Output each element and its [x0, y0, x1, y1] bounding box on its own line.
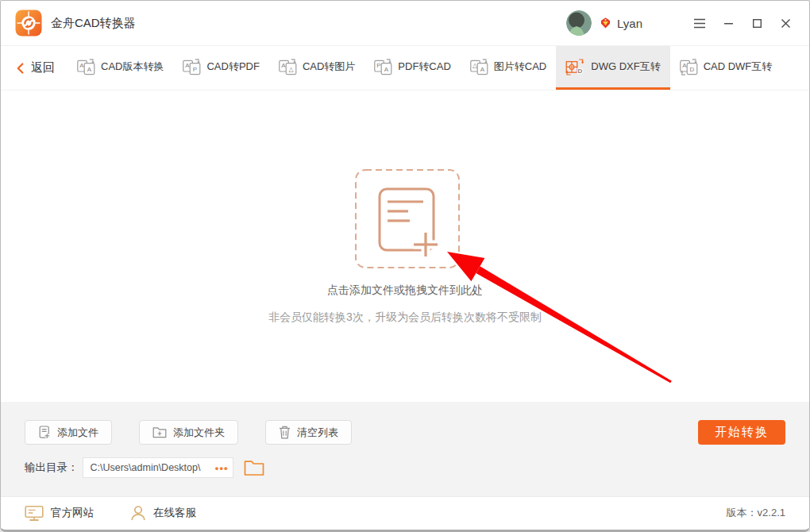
output-path-field[interactable]: C:\Users\admin\Desktop\ ••• [83, 457, 233, 478]
membership-hint: 非会员仅能转换3次，升级为会员后转换次数将不受限制 [1, 310, 809, 325]
dwg-dxf-icon: D [565, 59, 585, 75]
tab-label: PDF转CAD [398, 60, 450, 74]
close-button[interactable] [774, 12, 796, 34]
tab-label: DWG DXF互转 [591, 60, 660, 74]
tab-label: CAD DWF互转 [704, 60, 773, 74]
folder-icon [244, 460, 264, 476]
menu-icon[interactable] [688, 12, 711, 34]
minimize-button[interactable] [717, 12, 739, 34]
tab-label: 图片转CAD [494, 60, 546, 74]
svg-text:△: △ [288, 65, 294, 72]
svg-text:D: D [578, 67, 583, 75]
add-file-icon [38, 426, 51, 439]
status-bar: 官方网站 在线客服 版本：v2.2.1 [1, 496, 809, 529]
svg-text:A: A [682, 62, 687, 69]
chevron-left-icon [17, 63, 24, 74]
svg-text:A: A [281, 62, 286, 69]
browse-more-button[interactable]: ••• [215, 462, 229, 474]
app-title: 金舟CAD转换器 [51, 16, 136, 31]
title-bar: 金舟CAD转换器 [1, 1, 809, 46]
user-avatar[interactable] [566, 10, 592, 36]
person-icon [130, 505, 146, 521]
tab-cad-to-pdf[interactable]: A P CAD转PDF [173, 46, 268, 90]
add-file-label: 添加文件 [57, 426, 98, 440]
svg-text:A: A [79, 62, 84, 69]
start-convert-button[interactable]: 开始转换 [698, 420, 785, 445]
add-file-button[interactable]: 添加文件 [25, 420, 112, 445]
back-button[interactable]: 返回 [17, 46, 55, 90]
user-name[interactable]: Lyan [617, 17, 642, 30]
vip-badge-icon [599, 17, 612, 29]
svg-text:P: P [377, 62, 381, 69]
output-path-value: C:\Users\admin\Desktop\ [91, 462, 215, 473]
convert-pages-icon: A P [183, 59, 201, 75]
tab-cad-dwf-convert[interactable]: A D CAD DWF互转 [670, 46, 782, 90]
maximize-button[interactable] [746, 12, 768, 34]
trash-icon [279, 426, 291, 439]
clear-list-label: 清空列表 [297, 426, 338, 440]
official-website-label: 官方网站 [51, 506, 94, 520]
titlebar-right: Lyan [566, 10, 796, 36]
drop-area: 点击添加文件或拖拽文件到此处 非会员仅能转换3次，升级为会员后转换次数将不受限制 [1, 91, 809, 402]
bottom-panel: 添加文件 添加文件夹 清空列表 开始转 [1, 402, 809, 496]
official-website-link[interactable]: 官方网站 [25, 505, 94, 522]
online-support-label: 在线客服 [153, 506, 196, 520]
tab-label: CAD转图片 [303, 60, 355, 74]
convert-pages-icon: △ A [470, 59, 488, 75]
add-files-dropzone[interactable] [355, 169, 460, 268]
version-info: 版本：v2.2.1 [727, 506, 785, 520]
dropzone-hint: 点击添加文件或拖拽文件到此处 [1, 283, 809, 298]
add-folder-label: 添加文件夹 [173, 426, 225, 440]
app-window: 金舟CAD转换器 [0, 0, 810, 532]
add-document-icon [355, 169, 460, 268]
app-logo-icon [15, 10, 42, 37]
tab-dwg-dxf-convert[interactable]: D DWG DXF互转 [556, 46, 669, 90]
convert-pages-icon: A D [680, 59, 698, 75]
tab-cad-version-convert[interactable]: A A CAD版本转换 [68, 46, 173, 90]
output-dir-label: 输出目录： [25, 461, 79, 475]
back-label: 返回 [31, 60, 55, 75]
tab-cad-to-image[interactable]: A △ CAD转图片 [269, 46, 364, 90]
version-label: 版本： [727, 507, 758, 519]
tab-label: CAD版本转换 [101, 60, 164, 74]
tab-label: CAD转PDF [206, 60, 259, 74]
svg-text:A: A [87, 65, 92, 72]
tab-image-to-cad[interactable]: △ A 图片转CAD [461, 46, 556, 90]
version-value: v2.2.1 [758, 507, 785, 519]
convert-pages-icon: A △ [279, 59, 297, 75]
svg-text:A: A [480, 65, 485, 72]
convert-pages-icon: P A [374, 59, 392, 75]
online-support-link[interactable]: 在线客服 [130, 505, 196, 521]
tab-pdf-to-cad[interactable]: P A PDF转CAD [364, 46, 460, 90]
svg-text:P: P [193, 65, 197, 72]
add-folder-icon [152, 426, 167, 438]
svg-text:A: A [384, 65, 389, 72]
open-folder-button[interactable] [244, 460, 264, 476]
tab-bar: 返回 A A CAD版本转换 A P CAD转PDF [1, 46, 809, 91]
monitor-icon [25, 505, 44, 522]
clear-list-button[interactable]: 清空列表 [265, 420, 352, 445]
svg-text:A: A [186, 62, 191, 69]
add-folder-button[interactable]: 添加文件夹 [139, 420, 238, 445]
svg-text:D: D [689, 65, 694, 72]
convert-pages-icon: A A [77, 59, 95, 75]
